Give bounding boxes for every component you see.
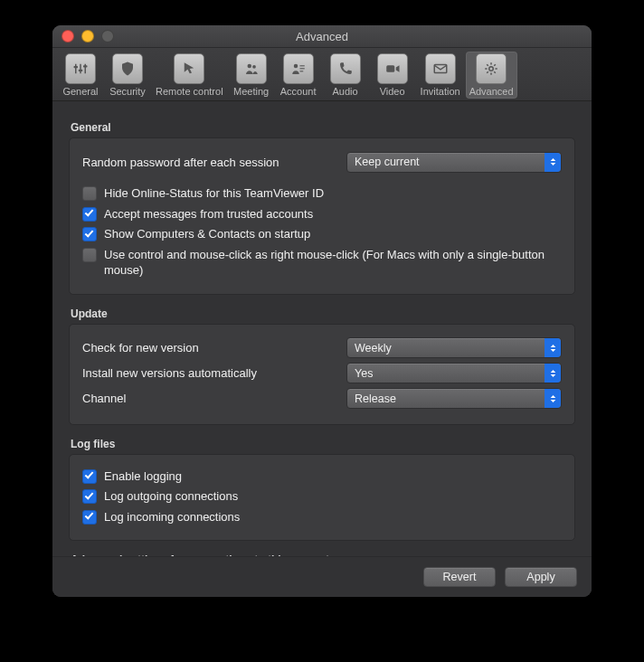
cursor-icon (174, 53, 204, 84)
chevron-updown-icon (545, 338, 561, 357)
random-password-select[interactable]: Keep current (346, 152, 562, 173)
show-contacts-checkbox[interactable] (82, 227, 97, 241)
tab-label: General (62, 86, 98, 97)
svg-point-14 (489, 67, 494, 71)
group-icon (236, 53, 267, 84)
tab-remote-control[interactable]: Remote control (152, 52, 227, 99)
select-value: Release (355, 392, 396, 405)
svg-rect-9 (299, 65, 304, 66)
select-value: Keep current (355, 156, 420, 168)
log-outgoing-label: Log outgoing connections (104, 488, 238, 505)
titlebar: Advanced (52, 25, 592, 48)
svg-rect-0 (75, 64, 77, 74)
footer: Revert Apply (52, 556, 592, 597)
channel-select[interactable]: Release (346, 388, 562, 409)
tab-label: Remote control (156, 86, 223, 97)
svg-rect-1 (80, 64, 81, 74)
envelope-icon (425, 53, 456, 84)
preferences-toolbar: General Security Remote control Meeting … (52, 48, 592, 101)
window-title: Advanced (52, 30, 592, 43)
select-value: Yes (355, 367, 373, 380)
preferences-window: Advanced General Security Remote control… (52, 25, 592, 597)
hide-online-checkbox[interactable] (82, 186, 97, 201)
tab-invitation[interactable]: Invitation (417, 52, 464, 99)
single-button-mouse-label: Use control and mouse-click as right mou… (104, 247, 562, 279)
tab-label: Meeting (233, 86, 269, 97)
sliders-icon (65, 53, 96, 84)
tab-audio[interactable]: Audio (323, 52, 368, 99)
enable-logging-checkbox[interactable] (82, 469, 97, 484)
channel-label: Channel (82, 392, 346, 405)
log-outgoing-checkbox[interactable] (82, 489, 97, 504)
minimize-window-button[interactable] (81, 30, 94, 43)
tab-label: Security (109, 86, 146, 97)
enable-logging-label: Enable logging (104, 468, 182, 485)
zoom-window-button[interactable] (101, 30, 114, 43)
svg-rect-4 (79, 70, 83, 71)
general-panel: Random password after each session Keep … (69, 137, 575, 295)
install-auto-label: Install new versions automatically (82, 366, 346, 380)
apply-button[interactable]: Apply (505, 567, 577, 587)
tab-video[interactable]: Video (370, 52, 415, 99)
tab-label: Video (380, 86, 405, 97)
account-icon (283, 53, 314, 84)
single-button-mouse-checkbox[interactable] (82, 248, 97, 262)
revert-button[interactable]: Revert (423, 567, 496, 587)
tab-label: Invitation (421, 86, 460, 97)
svg-rect-10 (299, 68, 304, 69)
chevron-updown-icon (545, 389, 561, 408)
log-incoming-label: Log incoming connections (104, 509, 240, 525)
section-title-update: Update (71, 307, 575, 320)
tab-meeting[interactable]: Meeting (229, 52, 274, 99)
section-title-general: General (71, 121, 575, 134)
svg-rect-3 (74, 66, 79, 68)
traffic-lights (62, 30, 114, 43)
accept-messages-label: Accept messages from trusted accounts (104, 206, 313, 222)
section-title-logfiles: Log files (71, 438, 575, 450)
install-auto-select[interactable]: Yes (346, 363, 562, 383)
svg-point-7 (252, 65, 256, 69)
check-version-select[interactable]: Weekly (346, 337, 562, 358)
tab-label: Advanced (469, 86, 514, 97)
phone-icon (330, 53, 361, 84)
svg-rect-12 (386, 65, 394, 72)
content-scroll[interactable]: General Random password after each sessi… (52, 101, 592, 556)
chevron-updown-icon (545, 153, 561, 172)
tab-account[interactable]: Account (276, 52, 321, 99)
hide-online-label: Hide Online-Status for this TeamViewer I… (104, 185, 324, 202)
tab-general[interactable]: General (58, 52, 103, 99)
tab-label: Audio (333, 86, 358, 97)
close-window-button[interactable] (62, 30, 74, 43)
check-version-label: Check for new version (82, 341, 346, 355)
tab-security[interactable]: Security (105, 52, 150, 99)
random-password-label: Random password after each session (82, 156, 346, 169)
logfiles-panel: Enable logging Log outgoing connections … (69, 454, 575, 542)
shield-icon (112, 53, 143, 84)
tab-advanced[interactable]: Advanced (466, 52, 517, 99)
gear-icon (476, 53, 507, 84)
chevron-updown-icon (545, 364, 561, 383)
show-contacts-label: Show Computers & Contacts on startup (104, 226, 310, 242)
svg-rect-11 (299, 71, 303, 71)
video-icon (377, 53, 408, 84)
select-value: Weekly (355, 342, 392, 355)
accept-messages-checkbox[interactable] (82, 207, 97, 222)
update-panel: Check for new version Weekly Install new… (69, 324, 575, 425)
svg-point-8 (293, 64, 298, 69)
svg-point-6 (247, 64, 251, 69)
log-incoming-checkbox[interactable] (82, 510, 97, 525)
tab-label: Account (280, 86, 317, 97)
svg-rect-5 (83, 65, 88, 67)
